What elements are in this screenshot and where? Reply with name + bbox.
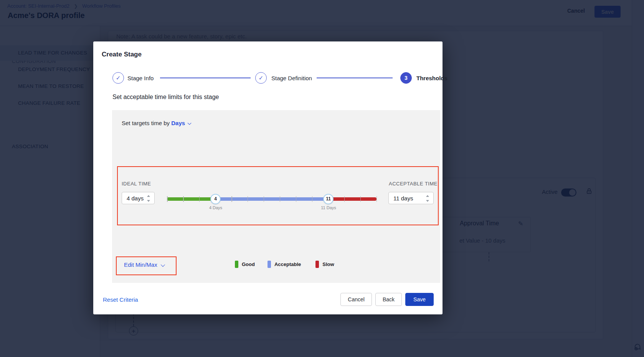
step2-label: Stage Definition: [271, 75, 312, 81]
chevron-down-icon: [188, 121, 192, 125]
step1-label: Stage Info: [127, 75, 154, 81]
ideal-time-input[interactable]: 4 days: [122, 192, 155, 204]
arrow-up-icon[interactable]: [147, 195, 150, 197]
step-connector-2: [317, 78, 393, 78]
slider-min-caption: 4 Days: [204, 205, 227, 210]
legend-swatch-slow: [315, 261, 319, 268]
legend-label-good: Good: [242, 261, 255, 267]
legend-label-slow: Slow: [322, 261, 334, 267]
legend-swatch-good: [235, 261, 238, 268]
threshold-legend: Good Acceptable Slow: [235, 261, 334, 268]
step-connector-1: [160, 78, 251, 78]
arrow-down-icon[interactable]: [147, 200, 150, 202]
set-targets-line: Set targets time by Days: [122, 120, 190, 126]
modal-subtitle: Set acceptable time limits for this stag…: [112, 94, 219, 101]
modal-cancel-button[interactable]: Cancel: [340, 293, 372, 306]
acceptable-time-input[interactable]: 11 days: [388, 192, 434, 204]
legend-label-acceptable: Acceptable: [274, 261, 301, 267]
step3-number-badge[interactable]: 3: [400, 72, 412, 84]
slider-max-handle[interactable]: 11: [323, 194, 334, 204]
modal-save-button[interactable]: Save: [405, 293, 434, 306]
slider-max-caption: 11 Days: [317, 205, 340, 210]
modal-title: Create Stage: [102, 51, 142, 58]
edit-minmax-button[interactable]: Edit Min/Max: [124, 261, 164, 268]
set-targets-prefix: Set targets time by: [122, 120, 170, 126]
slider-ticks: [167, 196, 377, 202]
time-unit-dropdown[interactable]: Days: [171, 120, 190, 126]
create-stage-modal: Create Stage ✓ Stage Info ✓ Stage Defini…: [93, 41, 443, 314]
stepper-arrows[interactable]: [147, 195, 151, 202]
modal-footer-buttons: Cancel Back Save: [340, 293, 434, 306]
step2-check-icon[interactable]: ✓: [255, 72, 267, 84]
slider-min-handle[interactable]: 4: [210, 194, 221, 204]
arrow-up-icon[interactable]: [426, 195, 429, 197]
stepper-arrows[interactable]: [426, 195, 430, 202]
acceptable-time-label: ACCEPTABLE TIME: [389, 181, 438, 187]
reset-criteria-link[interactable]: Reset Criteria: [103, 296, 138, 303]
legend-swatch-acceptable: [268, 261, 271, 268]
threshold-slider[interactable]: 4 11 4 Days 11 Days: [167, 197, 376, 201]
threshold-panel: Set targets time by Days IDEAL TIME 4 da…: [112, 110, 440, 283]
ideal-time-label: IDEAL TIME: [122, 181, 151, 187]
modal-back-button[interactable]: Back: [375, 293, 402, 306]
step3-label: Thresholds: [416, 75, 447, 81]
arrow-down-icon[interactable]: [426, 200, 429, 202]
step1-check-icon[interactable]: ✓: [112, 72, 124, 84]
